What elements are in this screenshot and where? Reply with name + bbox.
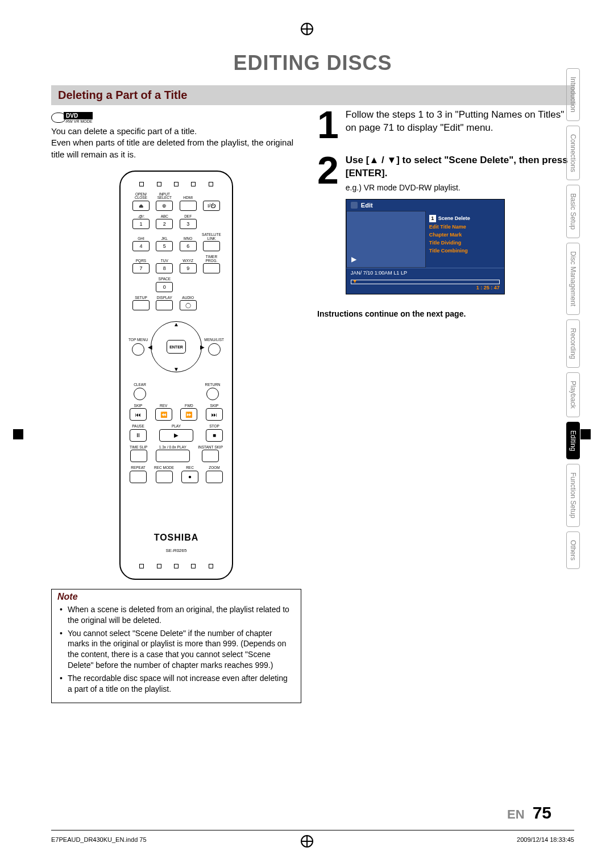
satellite-button[interactable] [203,241,220,251]
instant-skip-button[interactable] [202,450,219,462]
tab-others[interactable]: Others [566,531,580,569]
step-number: 2 [317,154,339,294]
note-item: When a scene is deleted from an original… [68,604,292,626]
edit-menu-icon [351,202,358,209]
dvd-rw-badge: DVD -RW VR MODE [51,112,93,123]
display-button[interactable] [156,300,173,310]
right-column: 1 Follow the steps 1 to 3 in "Putting Na… [317,109,574,703]
section-tabs: Introduction Connections Basic Setup Dis… [566,68,580,569]
pause-button[interactable]: ⏸ [130,429,147,442]
hdmi-label: HDMI [183,196,193,200]
key-3[interactable]: 3 [180,219,197,229]
input-select-button[interactable]: ⊕ [156,201,173,211]
timer-button[interactable] [203,263,220,273]
nav-left-icon[interactable]: ◀ [148,344,152,350]
intro-text-2: Even when parts of title are deleted fro… [51,137,301,160]
footer-right: 2009/12/14 18:33:45 [517,836,574,843]
menu-item-title-combining[interactable]: Title Combining [429,247,501,255]
menu-item-scene-delete[interactable]: Scene Delete [438,215,470,221]
skip-fwd-button[interactable]: ⏭ [206,408,223,421]
edit-menu-meta: JAN/ 7/10 1:00AM L1 LP [346,268,504,277]
key-6[interactable]: 6 [180,241,197,251]
key-0[interactable]: 0 [156,282,173,292]
crop-mark-icon [17,428,30,441]
fwd-button[interactable]: ⏩ [180,408,197,421]
badge-sub: -RW VR MODE [65,119,93,123]
step-2-text: Use [▲ / ▼] to select "Scene Delete", th… [346,154,574,180]
tab-introduction[interactable]: Introduction [566,68,580,121]
page-title: EDITING DISCS [51,51,574,75]
step-1: 1 Follow the steps 1 to 3 in "Putting Na… [317,109,574,142]
menu-item-title-dividing[interactable]: Title Dividing [429,239,501,247]
clear-button[interactable] [134,388,146,400]
satellite-label: SATELLITE LINK [200,233,223,240]
note-item: The recordable disc space will not incre… [68,673,292,695]
nav-up-icon[interactable]: ▲ [173,321,179,327]
nav-right-icon[interactable]: ▶ [200,344,205,350]
menu-item-chapter-mark[interactable]: Chapter Mark [429,231,501,239]
note-heading: Note [52,589,301,602]
tab-disc-management[interactable]: Disc Management [566,243,580,315]
open-close-button[interactable]: ⏏ [132,201,150,211]
menu-list-button[interactable] [208,343,221,356]
key-8[interactable]: 8 [156,263,173,273]
intro-text-1: You can delete a specific part of a titl… [51,126,301,137]
edit-menu-list: 1Scene Delete Edit Title Name Chapter Ma… [426,211,504,268]
hdmi-button[interactable] [180,201,197,211]
zoom-button[interactable] [206,471,223,483]
rec-mode-button[interactable] [156,471,173,483]
key-7[interactable]: 7 [132,263,150,273]
tab-playback[interactable]: Playback [566,372,580,417]
page-number: EN75 [507,803,551,823]
ir-dots-bottom [126,562,226,571]
tab-basic-setup[interactable]: Basic Setup [566,185,580,238]
tab-function-setup[interactable]: Function Setup [566,464,580,527]
crop-mark-icon [301,23,313,35]
repeat-button[interactable] [130,471,147,483]
crop-mark-icon [584,428,597,441]
input-select-label: INPUT SELECT [153,193,176,200]
edit-menu-screenshot: Edit ▶ 1Scene Delete Edit Title Name Cha… [346,199,505,294]
key-5[interactable]: 5 [156,241,173,251]
enter-button[interactable]: ENTER [167,340,186,354]
tab-editing[interactable]: Editing [566,422,580,460]
open-close-label: OPEN/ CLOSE [130,193,152,200]
key-1[interactable]: 1 [132,219,150,229]
tab-recording[interactable]: Recording [566,319,580,368]
edit-preview: ▶ [346,211,426,268]
key-9[interactable]: 9 [180,263,197,273]
step-2-subtext: e.g.) VR mode DVD-RW playlist. [346,182,574,193]
setup-button[interactable] [132,300,150,310]
key-4[interactable]: 4 [132,241,150,251]
skip-back-button[interactable]: ⏮ [130,408,147,421]
power-button[interactable]: I/⏻ [203,201,220,211]
play-icon: ▶ [351,255,356,264]
edit-menu-time: 1 : 25 : 47 [351,284,500,291]
play-button[interactable]: ▶ [159,429,193,442]
clear-label: CLEAR [134,383,146,387]
crop-mark-icon [301,835,313,848]
rec-button[interactable]: ● [181,471,198,483]
return-label: RETURN [205,383,220,387]
tab-connections[interactable]: Connections [566,126,580,181]
nav-down-icon[interactable]: ▼ [173,366,179,372]
rev-button[interactable]: ⏪ [155,408,172,421]
key-2[interactable]: 2 [156,219,173,229]
stop-button[interactable]: ■ [206,429,223,442]
audio-button[interactable]: ◯ [180,300,197,310]
top-menu-label: TOP MENU [128,338,148,342]
step-2: 2 Use [▲ / ▼] to select "Scene Delete", … [317,154,574,294]
timer-label: TIMER PROG. [200,255,223,263]
speed-play-button[interactable] [156,450,190,462]
top-menu-button[interactable] [132,343,144,356]
model-label: SE-R0265 [126,548,226,553]
menu-item-edit-title-name[interactable]: Edit Title Name [429,223,501,231]
edit-menu-title: Edit [361,201,373,210]
time-slip-button[interactable] [130,450,147,462]
badge-main: DVD [64,112,93,119]
manual-page: EDITING DISCS Deleting a Part of a Title… [0,0,614,868]
progress-track: ▼ [351,280,500,284]
section-heading: Deleting a Part of a Title [51,85,574,105]
continue-note: Instructions continue on the next page. [317,309,574,318]
return-button[interactable] [206,388,219,400]
